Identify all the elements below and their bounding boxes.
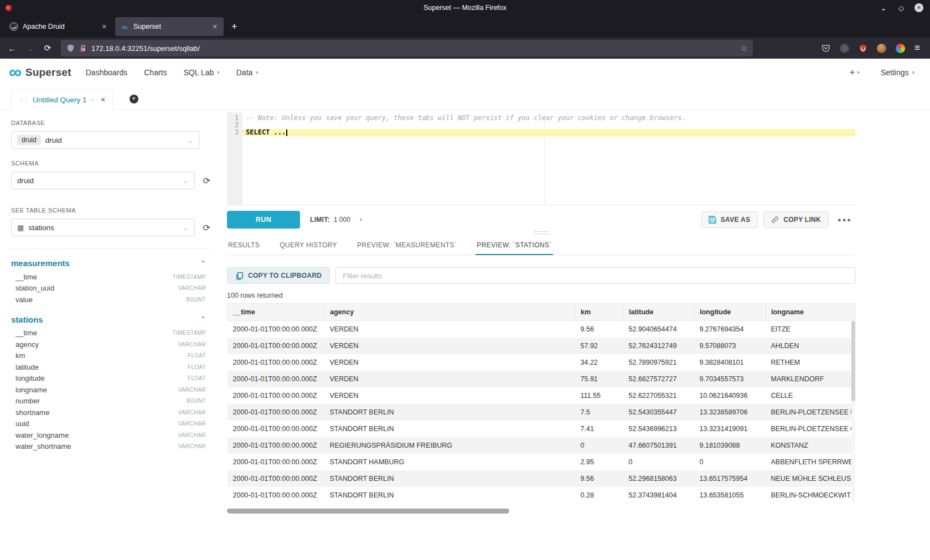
url-bar[interactable]: 172.18.0.4:32251/superset/sqllab/ ☆ [61,40,753,56]
schema-column-row[interactable]: water_shortname VARCHAR [11,441,206,453]
reload-button[interactable]: ⟳ [40,40,55,56]
extension-icon-1[interactable] [840,44,849,53]
schema-column-row[interactable]: longitude FLOAT [11,373,206,385]
horizontal-scrollbar[interactable] [227,509,855,514]
refresh-schemas-icon[interactable]: ⟳ [203,175,210,186]
schema-column-row[interactable]: latitude FLOAT [11,361,206,373]
column-header[interactable]: latitude [623,304,694,321]
nav-data[interactable]: Data ▾ [236,68,259,77]
vertical-scrollbar[interactable] [851,321,855,502]
copy-link-button[interactable]: COPY LINK [763,211,829,228]
database-select[interactable]: druid druid ⌄ [11,131,199,149]
schema-column-row[interactable]: __time TIMESTAMP [11,271,206,283]
schema-column-row[interactable]: agency VARCHAR [11,339,206,350]
sql-editor[interactable]: 1 2 3 -- Note: Unless you save your quer… [227,112,855,205]
new-tab-button[interactable]: + [226,20,243,34]
cell-longitude: 13.3238589706 [694,404,766,421]
shield-icon[interactable] [66,44,75,53]
nav-sql-lab[interactable]: SQL Lab ▾ [183,68,219,77]
schema-column-row[interactable]: value BIGINT [11,294,206,305]
forward-button[interactable]: → [22,40,38,56]
nav-label: Charts [144,68,167,77]
editor-code-area[interactable]: -- Note: Unless you save your query, the… [242,112,855,205]
table-row: 2000-01-01T00:00:00.000Z STANDORT BERLIN… [228,487,855,504]
nav-dashboards[interactable]: Dashboards [86,68,128,77]
editor-gutter: 1 2 3 [227,112,242,205]
results-tabbar: RESULTS QUERY HISTORY PREVIEW: `MEASUREM… [227,236,855,255]
results-table: __time agency km latitude longitude long… [227,303,855,504]
table-select[interactable]: ▦ stations ⌄ [11,219,195,236]
brand-name: Superset [25,66,71,79]
browser-tab-superset[interactable]: ∞ Superset ✕ [115,17,224,36]
column-header[interactable]: __time [228,304,324,321]
results-actions: COPY TO CLIPBOARD [227,267,855,284]
refresh-tables-icon[interactable]: ⟳ [203,222,210,233]
horizontal-scrollbar-thumb[interactable] [227,509,509,514]
cell-longname: AHLDEN [766,338,855,354]
save-as-button[interactable]: SAVE AS [701,211,758,228]
query-tab-close-icon[interactable]: ✕ [100,96,105,103]
ublock-icon[interactable] [859,44,867,53]
nav-label: Data [236,68,253,77]
menu-icon[interactable]: ≡ [914,43,920,54]
run-button[interactable]: RUN [227,211,300,229]
limit-dropdown[interactable]: LIMIT: 1 000 ▾ [310,216,362,224]
column-header[interactable]: agency [324,304,575,321]
new-query-tab-button[interactable]: + [130,95,138,103]
tab-preview-stations[interactable]: PREVIEW: `STATIONS` [476,236,553,255]
schema-column-row[interactable]: longname VARCHAR [11,384,206,396]
pane-resizer-handle[interactable] [227,229,855,236]
column-name: number [16,397,40,405]
cell-time: 2000-01-01T00:00:00.000Z [228,470,324,487]
back-button[interactable]: ← [4,40,20,56]
schema-column-row[interactable]: __time TIMESTAMP [11,328,206,339]
browser-tab-apache-druid[interactable]: Apache Druid ✕ [4,17,113,36]
insecure-lock-icon[interactable] [79,44,87,53]
query-tab-untitled-1[interactable]: ⋮⋮ Untitled Query 1 ● ✕ [11,90,113,110]
vertical-scrollbar-thumb[interactable] [851,321,855,401]
bookmark-star-icon[interactable]: ☆ [741,44,748,53]
extension-icon-2[interactable] [877,44,886,53]
more-options-button[interactable]: ●●● [834,216,855,223]
tab-close-icon[interactable]: ✕ [101,22,108,32]
schema-column-row[interactable]: uuid VARCHAR [11,418,206,430]
filter-results-input[interactable] [335,267,855,284]
chevron-up-icon[interactable]: ⌃ [200,260,206,267]
schema-select[interactable]: druid ⌄ [11,172,195,189]
url-text[interactable]: 172.18.0.4:32251/superset/sqllab/ [91,44,736,53]
schema-column-row[interactable]: station_uuid VARCHAR [11,283,206,294]
pocket-icon[interactable] [822,44,830,53]
schema-column-row[interactable]: number BIGINT [11,396,206,407]
window-minimize-icon[interactable]: ⌄ [879,4,888,12]
editor-toolbar: RUN LIMIT: 1 000 ▾ SAVE AS [227,211,855,229]
extension-icon-3[interactable] [896,44,905,53]
settings-menu[interactable]: Settings ▾ [881,68,914,77]
table-section-header[interactable]: measurements ⌃ [11,258,206,268]
cell-agency: STANDORT BERLIN [324,470,575,487]
cell-time: 2000-01-01T00:00:00.000Z [228,437,324,454]
tab-query-history[interactable]: QUERY HISTORY [278,236,338,255]
cell-km: 2.95 [575,454,623,470]
column-header[interactable]: km [575,304,623,321]
window-close-icon[interactable]: ✕ [914,3,923,12]
nav-charts[interactable]: Charts [144,68,167,77]
tab-results[interactable]: RESULTS [227,236,261,255]
cell-latitude: 52.6827572727 [623,371,694,387]
superset-logo[interactable]: ∞ Superset [9,65,71,80]
cell-longitude: 9.57088073 [694,338,766,354]
window-maximize-icon[interactable]: ◇ [897,4,906,12]
chevron-up-icon[interactable]: ⌃ [200,315,206,323]
superset-favicon-icon: ∞ [120,22,129,31]
schema-column-row[interactable]: water_longname VARCHAR [11,429,206,441]
schema-column-row[interactable]: km FLOAT [11,350,206,362]
column-name: longname [16,386,47,394]
column-header[interactable]: longname [766,304,855,321]
table-section-header[interactable]: stations ⌃ [11,315,206,324]
column-header[interactable]: longitude [694,304,766,321]
cell-longname: BERLIN-PLOETZENSEE OP [766,421,855,437]
new-item-button[interactable]: + ▾ [849,67,859,78]
copy-to-clipboard-button[interactable]: COPY TO CLIPBOARD [227,267,330,284]
tab-close-icon[interactable]: ✕ [211,22,219,32]
schema-column-row[interactable]: shortname VARCHAR [11,407,206,418]
tab-preview-measurements[interactable]: PREVIEW: `MEASUREMENTS` [356,236,458,255]
